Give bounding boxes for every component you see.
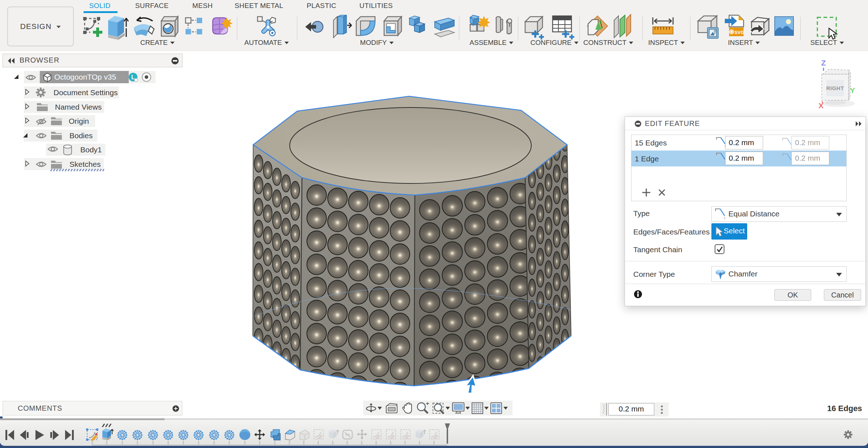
svg-text:Z: Z [821, 59, 826, 67]
svg-text:Y: Y [850, 86, 855, 94]
svg-text:RIGHT: RIGHT [826, 85, 844, 91]
